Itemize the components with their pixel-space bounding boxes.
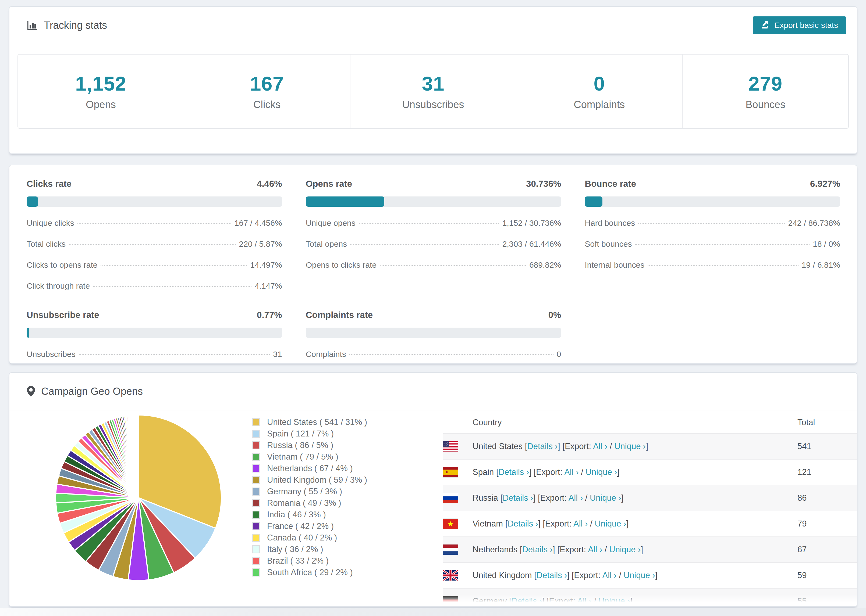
legend-label: Germany ( 55 / 3% ) — [267, 487, 342, 497]
pie-slice-other — [138, 415, 139, 498]
export-unique-link[interactable]: Unique › — [586, 467, 617, 477]
details-link[interactable]: Details › — [507, 519, 538, 528]
stat-box-unsubscribes: 31 Unsubscribes — [350, 55, 516, 128]
country-links: United Kingdom [Details ›] [Export: All … — [472, 570, 658, 580]
stat-label: Clicks — [254, 99, 280, 110]
rate-detail-label: Clicks to opens rate — [27, 261, 98, 270]
rate-detail-rows: Unsubscribes 31 — [27, 350, 282, 359]
rate-detail-value: 689.82% — [529, 261, 561, 270]
rate-detail-label: Soft bounces — [585, 239, 632, 248]
country-links: United States [Details ›] [Export: All ›… — [472, 442, 648, 451]
complaints-rate-block: Complaints rate 0% Complaints 0 — [306, 310, 561, 359]
export-all-link[interactable]: All › — [593, 442, 607, 451]
stat-value: 279 — [748, 72, 783, 95]
country-cell: United States [Details ›] [Export: All ›… — [443, 441, 797, 451]
export-all-link[interactable]: All › — [577, 596, 591, 606]
export-all-link[interactable]: All › — [568, 493, 583, 503]
export-all-link[interactable]: All › — [588, 545, 602, 554]
export-all-link[interactable]: All › — [564, 467, 578, 477]
country-cell: Netherlands [Details ›] [Export: All › /… — [443, 545, 797, 555]
rate-detail-row: Internal bounces 19 / 6.81% — [585, 261, 840, 270]
clicks-rate-block: Clicks rate 4.46% Unique clicks 167 / 4.… — [27, 179, 282, 291]
rate-value: 6.927% — [810, 179, 840, 189]
legend-swatch — [252, 430, 260, 438]
legend-item: France ( 42 / 2% ) — [252, 520, 367, 532]
dotted-leader — [101, 265, 247, 266]
stat-label: Bounces — [746, 99, 785, 110]
rate-detail-value: 167 / 4.456% — [235, 218, 282, 228]
export-all-link[interactable]: All › — [573, 519, 587, 528]
legend-item: United States ( 541 / 31% ) — [252, 416, 367, 428]
legend-item: Germany ( 55 / 3% ) — [252, 486, 367, 497]
legend-item: Canada ( 40 / 2% ) — [252, 532, 367, 544]
map-pin-icon — [27, 386, 35, 397]
export-all-link[interactable]: All › — [602, 570, 616, 580]
legend-label: Spain ( 121 / 7% ) — [267, 429, 334, 438]
legend-swatch — [252, 441, 260, 449]
export-unique-link[interactable]: Unique › — [590, 493, 621, 503]
bounce-rate-block: Bounce rate 6.927% Hard bounces 242 / 86… — [585, 179, 840, 291]
unsubscribe-rate-block: Unsubscribe rate 0.77% Unsubscribes 31 — [27, 310, 282, 359]
export-unique-link[interactable]: Unique › — [595, 519, 626, 528]
rate-detail-value: 18 / 0% — [813, 239, 840, 248]
details-link[interactable]: Details › — [503, 493, 533, 503]
rate-detail-row: Click through rate 4.147% — [27, 281, 282, 291]
details-link[interactable]: Details › — [512, 596, 542, 606]
rate-detail-row: Unique opens 1,152 / 30.736% — [306, 218, 561, 228]
details-link[interactable]: Details › — [522, 545, 553, 554]
rate-progress-track — [27, 196, 282, 207]
rate-title: Opens rate — [306, 179, 352, 189]
legend-label: South Africa ( 29 / 2% ) — [267, 567, 353, 577]
export-unique-link[interactable]: Unique › — [609, 545, 641, 554]
total-cell: 121 — [797, 467, 857, 477]
legend-item: United Kingdom ( 59 / 3% ) — [252, 474, 367, 486]
total-column-header: Total — [797, 418, 857, 427]
total-cell: 541 — [797, 442, 857, 451]
rate-detail-label: Unsubscribes — [27, 350, 76, 359]
dotted-leader — [380, 265, 526, 266]
stat-value: 31 — [422, 72, 444, 95]
total-cell: 55 — [797, 596, 857, 606]
rate-title-row: Unsubscribe rate 0.77% — [27, 310, 282, 320]
rates-card: Clicks rate 4.46% Unique clicks 167 / 4.… — [9, 165, 857, 364]
export-unique-link[interactable]: Unique › — [624, 570, 655, 580]
details-link[interactable]: Details › — [537, 570, 567, 580]
rates-grid: Clicks rate 4.46% Unique clicks 167 / 4.… — [9, 165, 857, 359]
details-link[interactable]: Details › — [499, 467, 529, 477]
geo-table-header: Country Total — [443, 412, 857, 433]
table-row-us: United States [Details ›] [Export: All ›… — [443, 433, 857, 459]
legend-label: Russia ( 86 / 5% ) — [267, 440, 333, 450]
rate-title-row: Opens rate 30.736% — [306, 179, 561, 189]
table-row-de: Germany [Details ›] [Export: All › / Uni… — [443, 588, 857, 607]
table-row-vn: Vietnam [Details ›] [Export: All › / Uni… — [443, 511, 857, 536]
rate-detail-row: Unsubscribes 31 — [27, 350, 282, 359]
export-unique-link[interactable]: Unique › — [614, 442, 646, 451]
stat-boxes-row: 1,152 Opens167 Clicks31 Unsubscribes0 Co… — [17, 54, 849, 129]
geo-table-body: United States [Details ›] [Export: All ›… — [443, 433, 857, 607]
us-flag-icon — [443, 441, 458, 451]
export-icon — [761, 20, 770, 31]
table-row-gb: United Kingdom [Details ›] [Export: All … — [443, 562, 857, 588]
stat-value: 167 — [250, 72, 284, 95]
details-link[interactable]: Details › — [527, 442, 558, 451]
nl-flag-icon — [443, 545, 458, 555]
rate-detail-label: Hard bounces — [585, 218, 635, 228]
export-basic-stats-button[interactable]: Export basic stats — [753, 16, 846, 34]
gb-flag-icon — [443, 570, 458, 580]
rate-detail-value: 2,303 / 61.446% — [502, 239, 561, 248]
legend-swatch — [252, 511, 260, 519]
country-cell: Germany [Details ›] [Export: All › / Uni… — [443, 596, 797, 606]
rate-detail-label: Unique clicks — [27, 218, 74, 228]
country-cell: Russia [Details ›] [Export: All › / Uniq… — [443, 493, 797, 503]
country-links: Germany [Details ›] [Export: All › / Uni… — [472, 596, 632, 606]
campaign-geo-opens-card: Campaign Geo Opens United States ( 541 /… — [9, 372, 857, 607]
rate-progress-track — [306, 328, 561, 338]
legend-label: Netherlands ( 67 / 4% ) — [267, 464, 353, 473]
legend-label: Italy ( 36 / 2% ) — [267, 545, 323, 554]
legend-label: Brazil ( 33 / 2% ) — [267, 556, 329, 566]
rate-detail-rows: Hard bounces 242 / 86.738% Soft bounces … — [585, 218, 840, 270]
rate-detail-value: 31 — [273, 350, 282, 359]
stat-value: 0 — [594, 72, 605, 95]
rate-detail-label: Total clicks — [27, 239, 66, 248]
export-unique-link[interactable]: Unique › — [599, 596, 630, 606]
